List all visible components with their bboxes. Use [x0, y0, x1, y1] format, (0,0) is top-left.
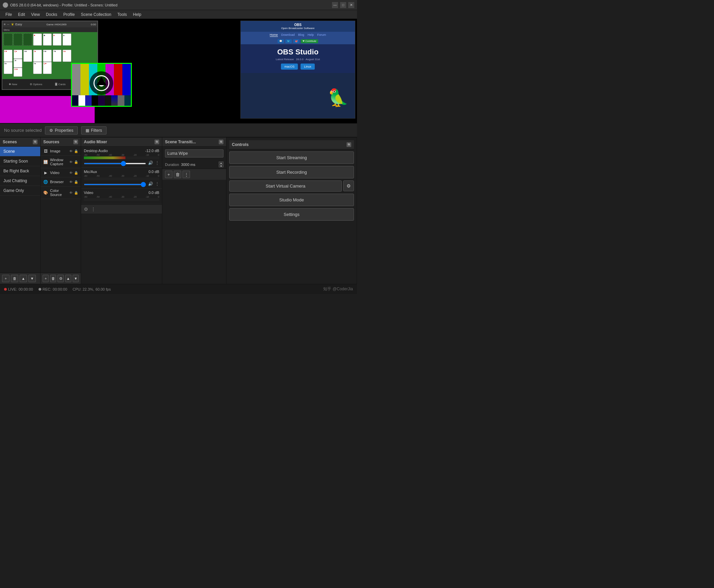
obs-logo-overlay	[89, 71, 113, 95]
start-virtual-camera-button[interactable]: Start Virtual Camera	[229, 181, 342, 192]
sol-options-btn[interactable]: ⚙ Options	[30, 83, 42, 86]
solitaire-card: K♥	[4, 50, 13, 62]
source-visibility-button[interactable]: 👁	[69, 160, 73, 164]
mic-audio-slider[interactable]	[84, 184, 146, 185]
menu-item-profile[interactable]: Profile	[61, 11, 77, 18]
transition-duration-row: Duration 3000 ms ▲ ▼	[162, 160, 226, 169]
source-item-image[interactable]: 🖼 Image 👁 🔒	[41, 147, 81, 156]
start-recording-button[interactable]: Start Recording	[229, 166, 354, 178]
source-item-browser[interactable]: 🌐 Browser 👁 🔒	[41, 177, 81, 187]
live-dot	[4, 288, 7, 291]
source-item-window-capture[interactable]: 🪟 Window Capture 👁 🔒	[41, 156, 81, 168]
transition-more-button[interactable]: ⋮	[183, 171, 190, 178]
source-settings-button[interactable]: ⚙	[58, 275, 64, 282]
audio-settings-button[interactable]: ⚙	[84, 207, 88, 212]
desktop-audio-slider[interactable]	[84, 163, 146, 164]
desktop-audio-more-button[interactable]: ⋮	[155, 161, 159, 165]
start-streaming-button[interactable]: Start Streaming	[229, 151, 354, 164]
sol-new-btn[interactable]: ✚ New	[9, 83, 17, 86]
source-visibility-button[interactable]: 👁	[69, 149, 73, 153]
source-lock-button[interactable]: 🔒	[74, 180, 78, 184]
audio-more-button[interactable]: ⋮	[91, 207, 96, 212]
solitaire-menu-bar: Menu	[2, 27, 97, 32]
minimize-button[interactable]: —	[332, 2, 338, 8]
desktop-audio-mute-button[interactable]: 🔊	[148, 161, 153, 165]
source-lock-button[interactable]: 🔒	[74, 149, 78, 153]
filters-button[interactable]: ▦ Filters	[81, 126, 106, 134]
sources-panel-icon[interactable]: ⧉	[73, 140, 78, 144]
desktop-audio-slider-container	[84, 160, 146, 165]
menu-item-docks[interactable]: Docks	[43, 11, 60, 18]
obs-nav-help[interactable]: Help	[308, 33, 314, 37]
scene-item-just-chatting[interactable]: Just Chatting	[0, 176, 40, 186]
menu-item-view[interactable]: View	[28, 11, 43, 18]
audio-panel-icon[interactable]: ⧉	[155, 140, 159, 144]
scene-item-starting-soon[interactable]: Starting Soon	[0, 156, 40, 166]
sol-cards-btn[interactable]: 🂠 Cards	[55, 83, 66, 86]
obs-site-title: OBS	[244, 23, 352, 27]
solitaire-title-easy: Easy	[15, 23, 22, 26]
menu-item-file[interactable]: File	[3, 11, 15, 18]
transition-select[interactable]: Luma Wipe Cut Fade Swipe Slide	[165, 149, 223, 158]
solitaire-crown-icon: ♛	[11, 23, 14, 26]
mic-audio-name: Mic/Aux	[84, 170, 97, 174]
obs-macos-btn[interactable]: macOS	[281, 64, 298, 70]
source-lock-button[interactable]: 🔒	[74, 191, 78, 195]
source-item-color-source[interactable]: 🎨 Color Source 👁 🔒	[41, 187, 81, 199]
scenes-panel-icon[interactable]: ⧉	[33, 140, 38, 144]
duration-up-button[interactable]: ▲	[219, 162, 223, 164]
properties-button[interactable]: ⚙ Properties	[45, 126, 78, 134]
panels: Scenes ⧉ SceneStarting SoonBe Right Back…	[0, 137, 357, 284]
close-button[interactable]: ✕	[348, 2, 354, 8]
menu-item-edit[interactable]: Edit	[15, 11, 28, 18]
obs-site-main: OBS Studio Latest Release 28.0.0 · Augus…	[241, 44, 355, 73]
maximize-button[interactable]: □	[340, 2, 346, 8]
source-delete-button[interactable]: 🗑	[50, 275, 56, 282]
filters-icon: ▦	[85, 128, 89, 133]
studio-mode-button[interactable]: Studio Mode	[229, 194, 354, 206]
scene-item-be-right-back[interactable]: Be Right Back	[0, 166, 40, 176]
mic-audio-mute-button[interactable]: 🔊	[148, 182, 153, 186]
sources-title: Sources	[43, 140, 59, 144]
solitaire-back-icon: ←	[7, 23, 10, 26]
virtual-camera-settings-button[interactable]: ⚙	[343, 181, 354, 191]
audio-panel-header: Audio Mixer ⧉	[81, 138, 162, 147]
obs-linux-btn[interactable]: Linux	[301, 64, 315, 70]
transitions-panel-icon[interactable]: ⧉	[219, 140, 223, 144]
controls-panel-icon[interactable]: ⧉	[347, 142, 351, 147]
obs-site-social-buttons: 💬 🐦 🐙 ❤ Contribute	[241, 38, 355, 44]
duration-down-button[interactable]: ▼	[219, 165, 223, 167]
mic-audio-channel: Mic/Aux 0.0 dB -60-50-40-30-20-100 🔊 ⋮	[81, 168, 162, 189]
obs-nav-blog[interactable]: Blog	[298, 33, 304, 37]
source-item-video[interactable]: ▶ Video 👁 🔒	[41, 168, 81, 177]
source-visibility-button[interactable]: 👁	[69, 171, 73, 175]
obs-nav-home[interactable]: Home	[270, 33, 278, 37]
transition-add-button[interactable]: +	[165, 171, 172, 178]
scene-delete-button[interactable]: 🗑	[11, 275, 18, 282]
scene-move-down-button[interactable]: ▼	[28, 275, 36, 282]
source-lock-button[interactable]: 🔒	[74, 171, 78, 175]
source-move-down-button[interactable]: ▼	[73, 275, 79, 282]
scene-item-scene[interactable]: Scene	[0, 147, 40, 156]
solitaire-card: 9♠	[33, 62, 42, 74]
settings-button[interactable]: Settings	[229, 208, 354, 220]
source-visibility-button[interactable]: 👁	[69, 191, 73, 195]
obs-nav-forum[interactable]: Forum	[317, 33, 326, 37]
obs-bird: 🦜	[325, 88, 352, 115]
scene-item-game-only[interactable]: Game Only	[0, 186, 40, 196]
source-move-up-button[interactable]: ▲	[65, 275, 72, 282]
controls-panel-header: Controls ⧉	[229, 140, 354, 149]
transitions-title: Scene Transiti...	[165, 140, 196, 144]
menu-item-tools[interactable]: Tools	[115, 11, 129, 18]
transition-delete-button[interactable]: 🗑	[174, 171, 181, 178]
mic-audio-more-button[interactable]: ⋮	[155, 182, 159, 186]
source-lock-button[interactable]: 🔒	[74, 160, 78, 164]
menu-item-scene-collection[interactable]: Scene Collection	[78, 11, 114, 18]
menu-item-help[interactable]: Help	[130, 11, 144, 18]
source-visibility-button[interactable]: 👁	[69, 180, 73, 184]
source-add-button[interactable]: +	[43, 275, 49, 282]
grayscale-row	[72, 95, 131, 106]
scene-add-button[interactable]: +	[2, 275, 9, 282]
obs-nav-download[interactable]: Download	[281, 33, 295, 37]
scene-move-up-button[interactable]: ▲	[20, 275, 27, 282]
